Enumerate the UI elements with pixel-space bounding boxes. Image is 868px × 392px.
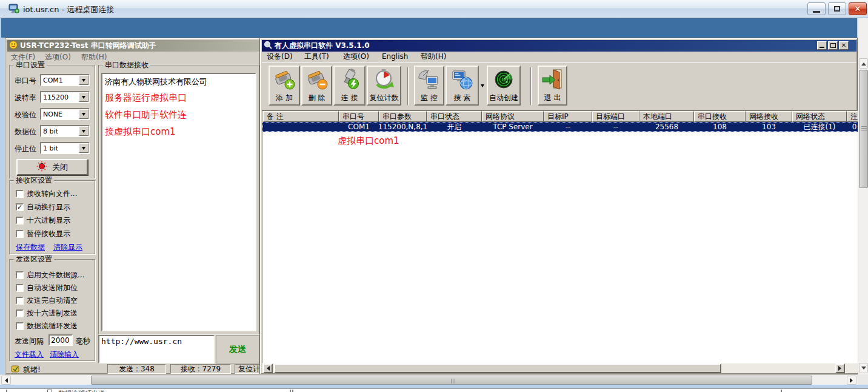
parity-select[interactable]: NONE (40, 108, 90, 120)
exit-icon (541, 69, 565, 93)
rd-vscrollbar-thumb[interactable] (859, 70, 868, 188)
rd-vertical-scrollbar[interactable] (858, 18, 868, 374)
clear-input-link[interactable]: 清除输入 (50, 350, 79, 360)
scrollbar-thumb[interactable] (274, 363, 721, 373)
checkbox-icon (16, 309, 24, 317)
maximize-button[interactable] (828, 41, 838, 50)
receive-settings-legend: 接收区设置 (14, 176, 54, 185)
usr-vcom-window: 有人虚拟串口软件 V3.5.1.0 ✕ 设备(D) 工具(T) 选项(O) En… (259, 38, 858, 374)
chevron-down-icon (481, 84, 484, 89)
checkbox-auto-send-suffix[interactable]: 自动发送附加位 (16, 283, 78, 292)
scroll-right-button[interactable] (835, 363, 845, 373)
search-dropdown-arrow[interactable] (479, 66, 486, 106)
toolbar-auto-create-button[interactable]: 自动创建 (487, 66, 521, 106)
checkbox-pause-receive[interactable]: 暂停接收显示 (16, 229, 70, 238)
rd-scroll-up-button[interactable] (859, 58, 868, 69)
toolbar-search-button[interactable]: 搜 索 (446, 66, 479, 106)
scroll-left-button[interactable] (263, 363, 273, 373)
menu-english[interactable]: English (382, 51, 408, 62)
rd-scroll-left-button[interactable] (1, 376, 11, 385)
databits-label: 数据位 (15, 127, 36, 137)
checkbox-icon (16, 271, 24, 279)
checkbox-auto-linefeed[interactable]: ✓ 自动换行显示 (16, 203, 70, 212)
usr-tcp232-test-window: USR-TCP232-Test 串口转网络调试助手 文件(F) 选项(O) 帮助… (5, 38, 262, 374)
checkbox-loop-send[interactable]: 数据流循环发送 (16, 322, 78, 331)
col-header-net-protocol[interactable]: 网络协议 (482, 111, 544, 122)
send-interval-input[interactable] (48, 334, 73, 346)
rd-close-button[interactable]: ✕ (849, 2, 867, 15)
rd-minimize-button[interactable] (807, 2, 826, 15)
databits-select[interactable]: 8 bit (40, 125, 90, 137)
receive-red-line-2: 软件串口助手软件连 (105, 109, 187, 121)
col-header-com-port[interactable]: 串口号 (339, 111, 379, 122)
close-icon: ✕ (855, 5, 861, 13)
col-header-net-state[interactable]: 网络状态 (792, 111, 847, 122)
clear-display-link[interactable]: 清除显示 (53, 242, 82, 252)
chevron-down-icon (82, 130, 85, 135)
checkbox-icon (16, 297, 24, 305)
stopbits-dropdown-button[interactable] (79, 143, 88, 153)
receive-red-line-3: 接虚拟串口com1 (105, 126, 176, 138)
send-input[interactable]: http://www.usr.cn (98, 335, 215, 363)
checkbox-receive-to-file[interactable]: 接收转向文件... (16, 189, 77, 198)
menu-options[interactable]: 选项(O) (45, 52, 71, 63)
checkbox-icon (16, 322, 24, 330)
toolbar-delete-button[interactable]: 删 除 (301, 66, 332, 106)
scrollbar-grip (451, 379, 452, 384)
load-file-link[interactable]: 文件载入 (15, 350, 44, 360)
toolbar-reset-count-button[interactable]: 复位计数 (367, 66, 401, 106)
toolbar-exit-button[interactable]: 退 出 (538, 66, 567, 106)
col-header-com-received[interactable]: 串口接收 (694, 111, 746, 122)
col-header-com-state[interactable]: 串口状态 (427, 111, 482, 122)
vcom-table-row-com1[interactable]: COM1 115200,N,8,1 开启 TCP Server -- -- 25… (262, 122, 862, 132)
scrollbar-corner (858, 374, 868, 385)
remote-desktop-icon (8, 4, 19, 16)
serial-settings-group: 串口设置 串口号 COM1 波特率 115200 校验位 NONE 数据位 8 … (9, 65, 95, 178)
rd-horizontal-scrollbar[interactable] (0, 374, 868, 385)
menu-options[interactable]: 选项(O) (343, 51, 369, 62)
minimize-button[interactable] (817, 41, 827, 50)
send-button[interactable]: 发送 (216, 335, 259, 363)
stopbits-select[interactable]: 1 bit (40, 142, 90, 154)
close-port-button[interactable]: 关闭 (16, 159, 88, 175)
checkbox-icon (16, 230, 24, 238)
checkbox-clear-after-send[interactable]: 发送完自动清空 (16, 296, 78, 305)
col-header-target-port[interactable]: 目标端口 (592, 111, 639, 122)
receive-data-box[interactable]: 济南有人物联网技术有限公司 服务器运行虚拟串口 软件串口助手软件连 接虚拟串口c… (101, 73, 256, 331)
smiley-app-icon (9, 41, 18, 51)
parity-dropdown-button[interactable] (79, 109, 88, 119)
vcom-horizontal-scrollbar[interactable] (262, 363, 858, 373)
checkbox-send-as-hex[interactable]: 按十六进制发送 (16, 309, 78, 318)
baudrate-dropdown-button[interactable] (79, 92, 88, 102)
checkbox-hex-display[interactable]: 十六进制显示 (16, 216, 70, 225)
menu-tools[interactable]: 工具(T) (304, 51, 329, 62)
col-header-note[interactable]: 备 注 (263, 111, 339, 122)
col-header-target-ip[interactable]: 目标IP (544, 111, 592, 122)
close-button[interactable]: ✕ (839, 41, 849, 50)
col-header-com-params[interactable]: 串口参数 (379, 111, 427, 122)
status-reset-count-button[interactable]: 复位计数 (235, 364, 261, 374)
connect-icon (338, 69, 362, 93)
sliver-partial-checkbox (47, 390, 52, 392)
rd-scroll-down-button[interactable] (859, 363, 868, 373)
rd-maximize-button[interactable] (828, 2, 846, 15)
left-status-bar: 就绪! 发送 : 348 接收 : 7279 复位计数 (7, 364, 261, 374)
toolbar-connect-button[interactable]: 连 接 (333, 66, 366, 106)
toolbar-add-button[interactable]: 添 加 (269, 66, 300, 106)
rd-hscrollbar-thumb[interactable] (91, 376, 812, 385)
menu-device[interactable]: 设备(D) (267, 51, 293, 62)
com-port-select[interactable]: COM1 (40, 74, 90, 86)
col-header-local-port[interactable]: 本地端口 (639, 111, 694, 122)
save-data-link[interactable]: 保存数据 (16, 242, 45, 252)
col-header-net-received[interactable]: 网络接收 (746, 111, 792, 122)
com-port-dropdown-button[interactable] (79, 75, 88, 85)
menu-help[interactable]: 帮助(H) (421, 51, 446, 62)
sliver-border-mark (781, 390, 782, 392)
rd-scroll-right-button[interactable] (847, 376, 856, 385)
baudrate-select[interactable]: 115200 (40, 91, 90, 103)
toolbar-monitor-button[interactable]: 监 控 (414, 66, 444, 106)
databits-dropdown-button[interactable] (79, 126, 88, 136)
cell-com-state: 开启 (427, 122, 482, 132)
sliver-border-mark (290, 390, 291, 392)
checkbox-file-data-source[interactable]: 启用文件数据源... (16, 271, 84, 280)
